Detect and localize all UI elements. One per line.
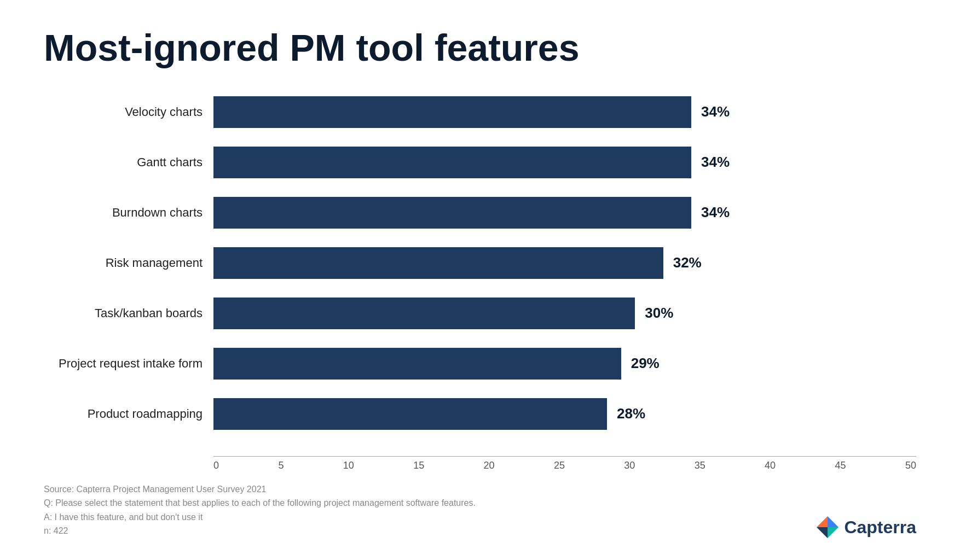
bar-label: Burndown charts [44, 206, 213, 220]
bar-label: Project request intake form [44, 357, 213, 371]
bar-track: 34% [213, 96, 916, 128]
bar-row: Product roadmapping28% [44, 392, 916, 436]
bar-track: 30% [213, 298, 916, 329]
bar-value: 29% [631, 355, 660, 372]
svg-marker-1 [828, 516, 838, 527]
bar-value: 32% [673, 254, 702, 271]
bar-row: Velocity charts34% [44, 90, 916, 134]
bar-fill: 32% [213, 247, 663, 279]
axis-ticks: 05101520253035404550 [213, 457, 916, 471]
bar-row: Project request intake form29% [44, 342, 916, 386]
axis-tick-label: 45 [835, 460, 846, 471]
bar-track: 34% [213, 147, 916, 178]
bar-track: 34% [213, 197, 916, 229]
chart-title: Most-ignored PM tool features [44, 27, 916, 68]
chart-main: Velocity charts34%Gantt charts34%Burndow… [44, 90, 916, 471]
axis-tick-label: 40 [765, 460, 776, 471]
capterra-logo-icon [817, 516, 838, 538]
footnote-line2: Q: Please select the statement that best… [44, 496, 476, 510]
bar-value: 34% [701, 154, 730, 171]
footnote: Source: Capterra Project Management User… [44, 482, 476, 538]
logo: Capterra [817, 516, 916, 538]
bar-row: Gantt charts34% [44, 141, 916, 184]
axis-tick-label: 25 [554, 460, 565, 471]
bar-fill: 29% [213, 348, 621, 380]
bar-value: 34% [701, 103, 730, 120]
svg-marker-2 [817, 527, 828, 538]
bar-fill: 28% [213, 398, 607, 430]
svg-marker-3 [828, 527, 838, 538]
footnote-line3: A: I have this feature, and but don't us… [44, 510, 476, 524]
footnote-line1: Source: Capterra Project Management User… [44, 482, 476, 497]
bar-track: 29% [213, 348, 916, 380]
axis-tick-label: 5 [278, 460, 284, 471]
chart-plot: Velocity charts34%Gantt charts34%Burndow… [44, 90, 916, 454]
bar-label: Gantt charts [44, 155, 213, 170]
bar-label: Product roadmapping [44, 407, 213, 421]
bar-label: Task/kanban boards [44, 306, 213, 320]
axis-tick-label: 20 [484, 460, 495, 471]
bar-value: 30% [645, 305, 673, 322]
bar-track: 32% [213, 247, 916, 279]
bar-fill: 34% [213, 147, 691, 178]
x-axis: 05101520253035404550 [213, 456, 916, 471]
bar-fill: 34% [213, 197, 691, 229]
footer: Source: Capterra Project Management User… [44, 482, 916, 538]
bar-fill: 30% [213, 298, 635, 329]
bar-fill: 34% [213, 96, 691, 128]
axis-tick-label: 15 [413, 460, 424, 471]
capterra-logo-text: Capterra [844, 517, 916, 538]
svg-marker-0 [817, 516, 828, 527]
bar-track: 28% [213, 398, 916, 430]
bar-row: Risk management32% [44, 241, 916, 285]
axis-tick-label: 0 [213, 460, 219, 471]
bar-row: Burndown charts34% [44, 191, 916, 235]
axis-tick-label: 35 [695, 460, 705, 471]
axis-tick-label: 30 [624, 460, 635, 471]
axis-tick-label: 10 [343, 460, 354, 471]
bar-row: Task/kanban boards30% [44, 291, 916, 335]
axis-tick-label: 50 [905, 460, 916, 471]
bar-value: 34% [701, 204, 730, 221]
bar-label: Risk management [44, 256, 213, 270]
page-container: Most-ignored PM tool features Velocity c… [0, 0, 960, 560]
bar-value: 28% [617, 405, 645, 422]
footnote-line4: n: 422 [44, 524, 476, 538]
bar-label: Velocity charts [44, 105, 213, 119]
